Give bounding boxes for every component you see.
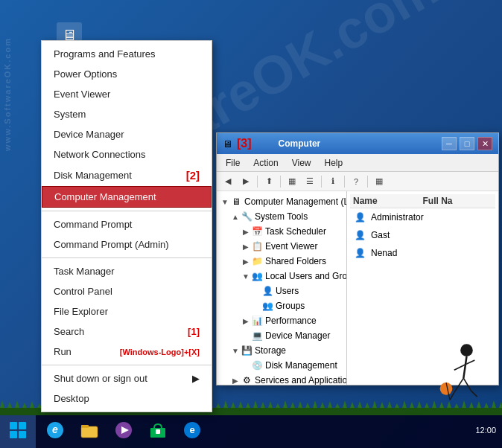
icon-groups: 👥 (261, 300, 273, 312)
expand-system[interactable]: ▲ (230, 211, 241, 222)
back-button[interactable]: ◀ (220, 174, 236, 189)
extra-button[interactable]: ▦ (371, 174, 387, 189)
icon-performance: 📊 (251, 315, 263, 327)
expand-root[interactable]: ▼ (220, 196, 230, 207)
prop-button[interactable]: ℹ (325, 174, 341, 189)
menu-item-desktop[interactable]: Desktop (42, 388, 212, 409)
tree-item-performance[interactable]: ▶ 📊 Performance (217, 313, 346, 328)
expand-services[interactable]: ▶ (230, 375, 241, 385)
menu-action[interactable]: Action (247, 156, 284, 170)
svg-marker-76 (484, 403, 489, 408)
run-shortcut: [Windows-Logo]+[X] (120, 348, 200, 356)
minimize-button[interactable]: ─ (442, 137, 457, 150)
expand-storage[interactable]: ▼ (230, 345, 241, 356)
tree-item-device-mgr[interactable]: 💻 Device Manager (217, 328, 346, 343)
svg-marker-68 (425, 403, 429, 408)
toolbar-separator-5 (367, 176, 368, 188)
svg-marker-58 (350, 402, 355, 408)
toolbar-separator-1 (257, 176, 258, 188)
expand-shared[interactable]: ▶ (241, 256, 251, 266)
menu-item-programs[interactable]: Programs and Features (42, 44, 212, 64)
svg-marker-45 (253, 400, 258, 408)
menu-item-search[interactable]: Search [1] (42, 321, 212, 342)
tree-item-shared[interactable]: ▶ 📁 Shared Folders (217, 254, 346, 269)
svg-marker-54 (320, 402, 325, 408)
close-button[interactable]: ✕ (477, 137, 492, 150)
menu-item-power[interactable]: Power Options (42, 64, 212, 84)
tree-item-root[interactable]: ▼ 🖥 Computer Management (Local (217, 194, 346, 209)
menu-item-explorer[interactable]: File Explorer (42, 301, 212, 321)
forward-button[interactable]: ▶ (238, 174, 254, 189)
menu-item-disk[interactable]: Disk Management [2] (42, 164, 212, 186)
toolbar: ◀ ▶ ⬆ ▦ ☰ ℹ ? ▦ (217, 172, 498, 191)
maximize-button[interactable]: □ (460, 137, 474, 150)
taskbar-folder-icon[interactable] (73, 414, 106, 447)
desktop: www.SoftwareOK.com SoftwareOK.com 🖥 Com.… (0, 0, 502, 448)
toolbar-separator-4 (344, 176, 345, 188)
up-button[interactable]: ⬆ (261, 174, 277, 189)
svg-marker-55 (328, 401, 332, 408)
menu-item-system[interactable]: System (42, 104, 212, 124)
svg-line-6 (450, 392, 454, 400)
taskbar-store-icon[interactable] (142, 414, 174, 447)
tree-item-storage[interactable]: ▼ 💾 Storage (217, 343, 346, 358)
svg-marker-59 (358, 401, 362, 408)
start-button[interactable] (0, 412, 36, 448)
toolbar-separator-3 (321, 176, 322, 188)
col-name: Name (353, 196, 423, 206)
svg-rect-87 (156, 429, 160, 434)
menu-item-shutdown[interactable]: Shut down or sign out ▶ (42, 368, 212, 388)
arrow-icon: ▶ (192, 373, 200, 384)
view-button[interactable]: ▦ (284, 174, 300, 189)
tree-item-users[interactable]: 👤 Users (217, 284, 346, 298)
menu-item-device[interactable]: Device Manager (42, 124, 212, 144)
system-tray: 12:00 (475, 426, 502, 435)
taskbar-ie-icon[interactable]: e (39, 414, 72, 447)
expand-scheduler[interactable]: ▶ (241, 226, 251, 237)
menu-item-computer[interactable]: Computer Management (42, 186, 212, 208)
tree-item-services[interactable]: ▶ ⚙ Services and Applications (217, 373, 346, 385)
taskbar-edge-icon[interactable]: e (176, 414, 209, 447)
nenad-icon: 👤 (353, 246, 366, 260)
col-fullname: Full Na (423, 196, 493, 206)
content-panel: Name Full Na 👤 Administrator 👤 Gast 👤 Ne… (347, 191, 498, 385)
tree-item-local-users[interactable]: ▼ 👥 Local Users and Groups (217, 269, 346, 284)
list-button[interactable]: ☰ (302, 174, 318, 189)
menu-item-cmd[interactable]: Command Prompt (42, 214, 212, 234)
taskbar: e (0, 412, 502, 448)
expand-users[interactable]: ▼ (241, 271, 251, 281)
icon-shared: 📁 (251, 255, 263, 267)
user-row-gast[interactable]: 👤 Gast (350, 226, 495, 244)
window-title: Computer (279, 138, 321, 149)
svg-marker-63 (387, 401, 392, 408)
menu-help[interactable]: Help (319, 156, 349, 170)
tree-item-event[interactable]: ▶ 📋 Event Viewer (217, 239, 346, 254)
tree-item-groups[interactable]: 👥 Groups (217, 298, 346, 313)
tree-item-scheduler[interactable]: ▶ 📅 Task Scheduler (217, 224, 346, 239)
expand-event[interactable]: ▶ (241, 241, 251, 252)
menu-view[interactable]: View (286, 156, 317, 170)
menu-item-control[interactable]: Control Panel (42, 281, 212, 301)
user-row-nenad[interactable]: 👤 Nenad (350, 244, 495, 262)
expand-performance[interactable]: ▶ (241, 316, 251, 326)
separator-2 (42, 257, 212, 258)
svg-line-7 (471, 391, 477, 397)
tree-item-disk-mgmt[interactable]: 💿 Disk Management (217, 358, 346, 373)
help-button[interactable]: ? (348, 174, 364, 189)
menu-file[interactable]: File (220, 156, 246, 170)
tree-item-system-tools[interactable]: ▲ 🔧 System Tools (217, 209, 346, 224)
svg-marker-67 (417, 401, 422, 408)
menu-item-network[interactable]: Network Connections (42, 144, 212, 164)
menu-item-run[interactable]: Run [Windows-Logo]+[X] (42, 342, 212, 362)
svg-marker-56 (335, 403, 340, 408)
user-row-admin[interactable]: 👤 Administrator (350, 208, 495, 226)
svg-marker-64 (395, 403, 399, 408)
menu-item-cmdadmin[interactable]: Command Prompt (Admin) (42, 234, 212, 255)
taskbar-media-icon[interactable] (107, 414, 140, 447)
menu-item-task[interactable]: Task Manager (42, 261, 212, 281)
menu-item-event[interactable]: Event Viewer (42, 84, 212, 104)
icon-event: 📋 (251, 240, 263, 252)
title-controls: ─ □ ✕ (442, 137, 492, 150)
svg-marker-77 (492, 400, 496, 408)
svg-marker-51 (298, 401, 302, 408)
